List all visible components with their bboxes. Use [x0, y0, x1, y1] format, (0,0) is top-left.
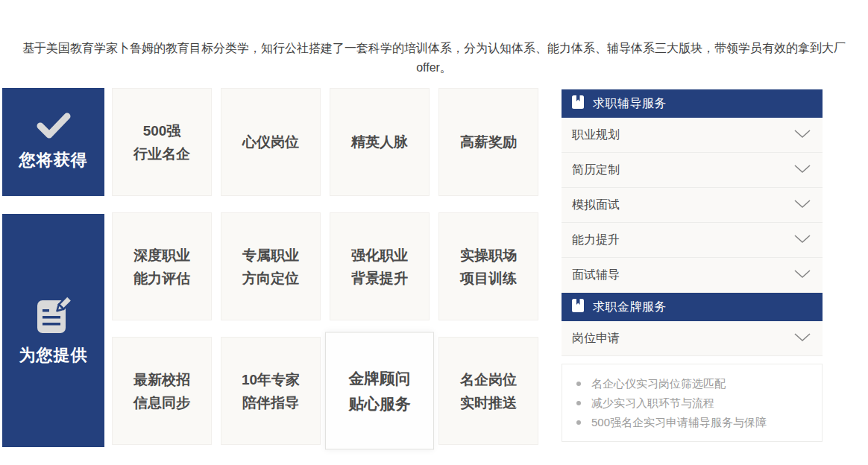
accordion-item-job-application[interactable]: 岗位申请 [562, 321, 823, 356]
gain-block: 您将获得 [2, 88, 104, 196]
book-icon [571, 95, 585, 113]
accordion-item-career-planning[interactable]: 职业规划 [562, 118, 823, 153]
chevron-down-icon[interactable] [793, 163, 811, 177]
card-high-salary: 高薪奖励 [438, 88, 538, 196]
card-background-boost: 强化职业背景提升 [330, 212, 430, 320]
card-gold-consultant: 金牌顾问贴心服务 [325, 332, 434, 449]
coach-services-title: 求职辅导服务 [593, 96, 667, 112]
card-project-training: 实操职场项目训练 [438, 212, 538, 320]
gold-services-title: 求职金牌服务 [593, 300, 667, 315]
services-panel: 求职辅导服务 职业规划 简历定制 模拟面试 能力提升 面试辅导 [562, 89, 823, 442]
bullet-dot-icon [576, 401, 581, 405]
check-icon [36, 113, 72, 142]
card-job-push: 名企岗位实时推送 [438, 337, 538, 445]
chevron-down-icon[interactable] [793, 233, 811, 247]
provide-block-label: 为您提供 [19, 344, 88, 367]
card-ideal-job: 心仪岗位 [221, 88, 321, 196]
card-expert-guidance: 10年专家陪伴指导 [221, 337, 321, 445]
bullet-dot-icon [576, 420, 581, 425]
chevron-down-icon[interactable] [793, 198, 811, 212]
card-elite-network: 精英人脉 [330, 88, 430, 196]
card-career-assessment: 深度职业能力评估 [112, 212, 212, 320]
list-item: 名企心仪实习岗位筛选匹配 [562, 374, 822, 393]
accordion-item-interview-coaching[interactable]: 面试辅导 [562, 258, 823, 293]
chevron-down-icon[interactable] [793, 128, 811, 142]
list-item: 减少实习入职环节与流程 [562, 393, 822, 413]
accordion-item-mock-interview[interactable]: 模拟面试 [562, 188, 823, 223]
chevron-down-icon[interactable] [793, 268, 811, 282]
compose-icon [34, 294, 73, 338]
gold-benefits-list: 名企心仪实习岗位筛选匹配 减少实习入职环节与流程 500强名企实习申请辅导服务与… [562, 374, 822, 432]
card-campus-recruiting: 最新校招信息同步 [112, 337, 212, 445]
accordion-item-resume-customization[interactable]: 简历定制 [562, 153, 823, 188]
card-direction-positioning: 专属职业方向定位 [221, 212, 321, 320]
benefit-card-grid: 500强行业名企 心仪岗位 精英人脉 高薪奖励 深度职业能力评估 专属职业方向定… [112, 88, 538, 445]
provide-block: 为您提供 [2, 214, 104, 447]
list-item: 500强名企实习申请辅导服务与保障 [562, 413, 822, 432]
intro-paragraph: 基于美国教育学家卜鲁姆的教育目标分类学，知行公社搭建了一套科学的培训体系，分为认… [15, 39, 853, 78]
accordion-item-ability-improvement[interactable]: 能力提升 [562, 223, 823, 258]
gain-block-label: 您将获得 [19, 149, 88, 171]
gold-services-header: 求职金牌服务 [562, 293, 823, 321]
chevron-down-icon[interactable] [793, 332, 811, 345]
book-icon [571, 298, 585, 316]
card-500-companies: 500强行业名企 [112, 88, 212, 196]
gold-benefits-box: 名企心仪实习岗位筛选匹配 减少实习入职环节与流程 500强名企实习申请辅导服务与… [562, 364, 823, 442]
coach-services-header: 求职辅导服务 [562, 89, 823, 118]
bullet-dot-icon [576, 382, 581, 386]
